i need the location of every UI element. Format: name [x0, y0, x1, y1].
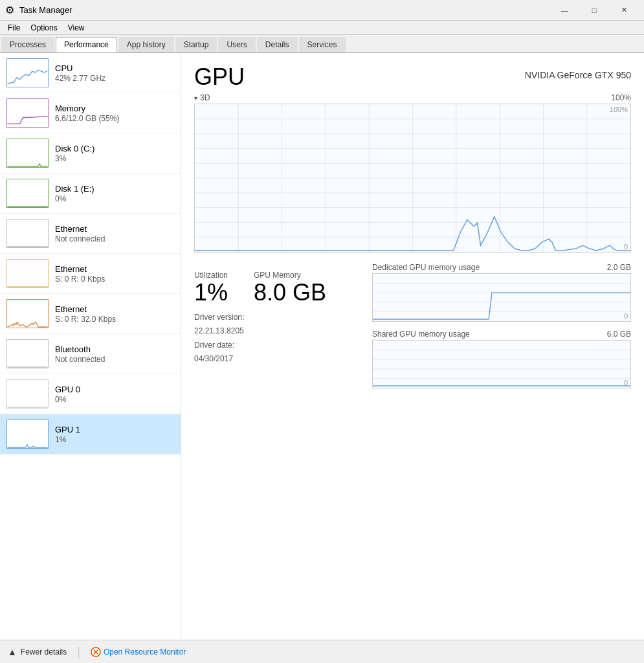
stats-and-charts: Utilization 1% GPU Memory 8.0 GB Driver …	[194, 263, 631, 396]
dedicated-max: 2.0 GB	[607, 263, 631, 272]
gpu1-thumbnail	[6, 420, 49, 449]
sidebar-item-ethernet2[interactable]: Ethernet S: 0 R: 0 Kbps	[0, 254, 181, 294]
chart-100-label: 100%	[610, 106, 628, 113]
disk0-value: 3%	[55, 154, 174, 163]
ethernet3-value: S: 0 R: 32.0 Kbps	[55, 315, 174, 324]
utilization-label: Utilization	[194, 271, 228, 280]
disk0-label: Disk 0 (C:)	[55, 144, 174, 153]
bottom-bar: ▲ Fewer details | Open Resource Monitor	[0, 640, 644, 663]
dedicated-chart-svg	[373, 274, 630, 321]
ethernet1-info: Ethernet Not connected	[55, 224, 174, 243]
driver-info: Driver version: 22.21.13.8205 Driver dat…	[194, 311, 359, 366]
bluetooth-value: Not connected	[55, 355, 174, 364]
fewer-details-label: Fewer details	[21, 647, 67, 657]
chart-label-left: ▾ 3D	[194, 93, 210, 102]
window-title: Task Manager	[19, 5, 72, 15]
menu-bar: File Options View	[0, 21, 644, 35]
gpu-memory-value: 8.0 GB	[254, 280, 326, 306]
main-content: CPU 42% 2.77 GHz Memory 6.6/12.0 GB (55%…	[0, 53, 644, 640]
disk1-value: 0%	[55, 194, 174, 203]
chart-max: 100%	[611, 93, 631, 102]
chevron-icon: ▾	[194, 95, 197, 102]
gpu1-value: 1%	[55, 435, 174, 444]
sidebar: CPU 42% 2.77 GHz Memory 6.6/12.0 GB (55%…	[0, 53, 181, 640]
ethernet2-label: Ethernet	[55, 264, 174, 274]
dedicated-chart: 0	[372, 273, 631, 322]
tab-bar: Processes Performance App history Startu…	[0, 35, 644, 53]
memory-label: Memory	[55, 104, 174, 113]
maximize-button[interactable]: □	[579, 0, 609, 21]
utilization-block: Utilization 1%	[194, 271, 228, 306]
gpu0-info: GPU 0 0%	[55, 385, 174, 404]
tab-users[interactable]: Users	[218, 37, 255, 52]
sidebar-item-gpu1[interactable]: GPU 1 1%	[0, 414, 181, 455]
shared-label: Shared GPU memory usage	[372, 330, 470, 339]
bluetooth-thumbnail	[6, 339, 49, 368]
ethernet2-info: Ethernet S: 0 R: 0 Kbps	[55, 264, 174, 284]
tab-app-history[interactable]: App history	[118, 37, 174, 52]
disk0-info: Disk 0 (C:) 3%	[55, 144, 174, 163]
shared-chart: 0	[372, 340, 631, 388]
ethernet3-thumbnail	[6, 299, 49, 328]
gpu0-value: 0%	[55, 395, 174, 404]
sidebar-item-disk0[interactable]: Disk 0 (C:) 3%	[0, 133, 181, 174]
ethernet2-value: S: 0 R: 0 Kbps	[55, 275, 174, 284]
tab-processes[interactable]: Processes	[1, 37, 54, 52]
minimize-button[interactable]: —	[550, 0, 579, 21]
sidebar-item-gpu0[interactable]: GPU 0 0%	[0, 374, 181, 414]
sidebar-item-bluetooth[interactable]: Bluetooth Not connected	[0, 334, 181, 374]
ethernet2-thumbnail	[6, 259, 49, 288]
dedicated-label-row: Dedicated GPU memory usage 2.0 GB	[372, 263, 631, 272]
sidebar-item-cpu[interactable]: CPU 42% 2.77 GHz	[0, 53, 181, 93]
sidebar-item-ethernet1[interactable]: Ethernet Not connected	[0, 214, 181, 254]
memory-info: Memory 6.6/12.0 GB (55%)	[55, 104, 174, 123]
tab-performance[interactable]: Performance	[56, 37, 117, 52]
driver-version-label: Driver version:	[194, 311, 359, 325]
sidebar-item-disk1[interactable]: Disk 1 (E:) 0%	[0, 174, 181, 214]
sidebar-item-memory[interactable]: Memory 6.6/12.0 GB (55%)	[0, 93, 181, 133]
menu-view[interactable]: View	[63, 22, 90, 34]
main-chart-svg	[195, 104, 630, 252]
ethernet1-label: Ethernet	[55, 224, 174, 234]
gpu-subtitle: NVIDIA GeForce GTX 950	[525, 70, 631, 80]
sidebar-item-ethernet3[interactable]: Ethernet S: 0 R: 32.0 Kbps	[0, 294, 181, 334]
bluetooth-label: Bluetooth	[55, 344, 174, 354]
ethernet1-thumbnail	[6, 219, 49, 248]
main-chart: 100% 0	[194, 104, 631, 253]
ethernet1-value: Not connected	[55, 234, 174, 243]
window-controls: — □ ✕	[550, 0, 639, 21]
shared-max: 6.0 GB	[607, 330, 631, 339]
open-resource-monitor-link[interactable]: Open Resource Monitor	[91, 647, 186, 657]
fewer-details-button[interactable]: ▲ Fewer details	[8, 647, 67, 657]
gpu-memory-label: GPU Memory	[254, 271, 326, 280]
app-icon: ⚙	[5, 4, 14, 16]
memory-value: 6.6/12.0 GB (55%)	[55, 114, 174, 123]
title-bar-left: ⚙ Task Manager	[5, 4, 72, 16]
disk0-thumbnail	[6, 139, 49, 168]
disk1-label: Disk 1 (E:)	[55, 184, 174, 194]
shared-chart-section: Shared GPU memory usage 6.0 GB	[372, 330, 631, 388]
stats-col: Utilization 1% GPU Memory 8.0 GB Driver …	[194, 263, 359, 396]
menu-options[interactable]: Options	[25, 22, 62, 34]
dedicated-chart-section: Dedicated GPU memory usage 2.0 GB	[372, 263, 631, 322]
right-panel: GPU NVIDIA GeForce GTX 950 ▾ 3D 100%	[181, 53, 644, 640]
tab-services[interactable]: Services	[299, 37, 346, 52]
chart-zero-label: 0	[624, 243, 628, 251]
menu-file[interactable]: File	[3, 22, 25, 34]
tab-startup[interactable]: Startup	[175, 37, 217, 52]
disk1-thumbnail	[6, 179, 49, 208]
gpu-memory-block: GPU Memory 8.0 GB	[254, 271, 326, 306]
cpu-label: CPU	[55, 63, 174, 73]
dedicated-label: Dedicated GPU memory usage	[372, 263, 480, 272]
shared-zero: 0	[624, 379, 628, 387]
cpu-info: CPU 42% 2.77 GHz	[55, 63, 174, 83]
resource-monitor-icon	[91, 647, 101, 657]
gpu-header: GPU NVIDIA GeForce GTX 950	[194, 63, 631, 91]
driver-date-value: 04/30/2017	[194, 352, 359, 366]
close-button[interactable]: ✕	[609, 0, 639, 21]
ethernet3-label: Ethernet	[55, 304, 174, 314]
gpu0-label: GPU 0	[55, 385, 174, 394]
small-charts-col: Dedicated GPU memory usage 2.0 GB	[372, 263, 631, 396]
gpu-title: GPU	[194, 63, 245, 91]
tab-details[interactable]: Details	[257, 37, 298, 52]
